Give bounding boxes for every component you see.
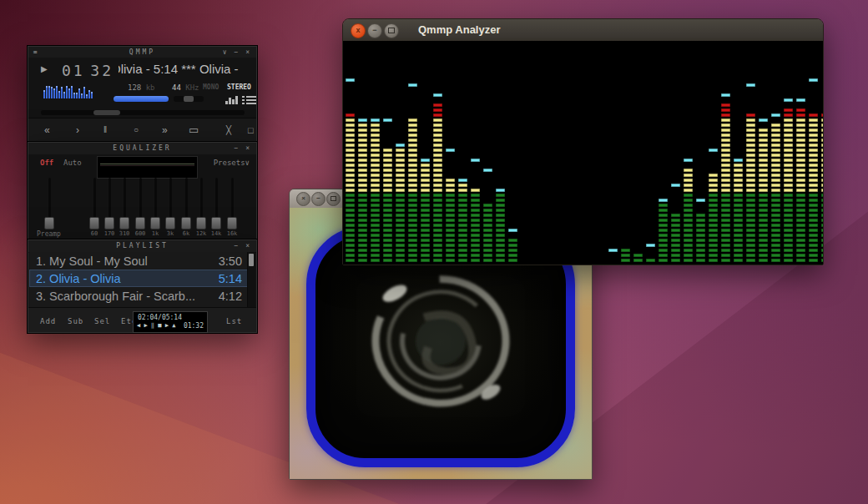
analyzer-segment (734, 164, 743, 167)
analyzer-segment (383, 254, 392, 257)
close-icon[interactable]: x (351, 23, 366, 38)
close-icon[interactable]: × (245, 144, 251, 152)
preamp-slider-handle[interactable] (44, 217, 54, 229)
eq-band-handle[interactable] (211, 217, 221, 229)
analyzer-segment (633, 259, 643, 262)
eq-band-handle[interactable] (227, 217, 237, 229)
seek-bar[interactable] (41, 110, 245, 115)
eq-presets-button[interactable]: Presets∨ (214, 159, 250, 167)
maximize-icon[interactable] (326, 192, 341, 206)
mini-spectrum-bar (73, 93, 75, 98)
minimize-icon[interactable]: − (235, 144, 240, 152)
shade-icon[interactable]: ∨ (223, 48, 229, 56)
add-button[interactable]: Add (40, 317, 56, 325)
analyzer-segment (821, 134, 823, 137)
analyzer-segment (734, 184, 743, 187)
eq-band-handle[interactable] (119, 217, 129, 229)
eq-band-label: 12k (196, 230, 207, 237)
analyzer-segment (684, 169, 693, 172)
analyzer-segment (709, 189, 718, 192)
eq-off-button[interactable]: Off (40, 159, 53, 167)
equalizer-button[interactable] (225, 93, 239, 105)
analyzer-segment (358, 189, 367, 192)
track-title-ticker[interactable]: Olivia - 5:14 *** Olivia - (119, 62, 254, 78)
time-display[interactable]: 0132 (62, 62, 114, 79)
eq-band-handle[interactable] (196, 217, 206, 229)
analyzer-segment (446, 214, 455, 217)
next-button[interactable]: » (162, 118, 168, 142)
eq-band-handle[interactable] (181, 217, 191, 229)
playlist-titlebar[interactable]: PLAYLIST − × (28, 240, 256, 253)
analyzer-segment (446, 254, 455, 257)
analyzer-segment (721, 209, 730, 212)
playlist-item-selected[interactable]: 2. Olivia - Olivia 5:14 (29, 270, 255, 287)
analyzer-segment (796, 194, 805, 197)
analyzer-segment (721, 144, 730, 147)
repeat-button[interactable]: □ (248, 118, 254, 142)
close-icon[interactable]: × (296, 192, 310, 206)
eq-band-handle[interactable] (89, 217, 99, 229)
analyzer-segment (746, 118, 755, 122)
close-icon[interactable]: × (245, 242, 251, 249)
eject-button[interactable]: ▭ (189, 118, 199, 142)
analyzer-segment (358, 214, 367, 217)
seek-handle[interactable] (93, 110, 120, 115)
analyzer-segment (821, 154, 823, 157)
balance-handle[interactable] (184, 96, 194, 102)
eq-band-handle[interactable] (165, 217, 175, 229)
close-icon[interactable]: × (245, 48, 251, 56)
scrollbar-thumb[interactable] (249, 254, 254, 266)
volume-slider[interactable] (114, 96, 169, 102)
sel-button[interactable]: Sel (94, 317, 110, 325)
analyzer-segment (346, 239, 355, 242)
play-button[interactable]: › (76, 118, 79, 142)
analyzer-segment (709, 214, 718, 217)
stop-button[interactable]: ○ (134, 118, 139, 142)
playlist-item[interactable]: 3. Scarborough Fair - Scarb... 4:12 (29, 287, 255, 305)
minimize-icon[interactable]: − (235, 242, 240, 249)
analyzer-segment (721, 129, 730, 132)
analyzer-titlebar[interactable]: x − Qmmp Analyzer (343, 19, 823, 42)
analyzer-segment (809, 179, 818, 182)
analyzer-segment (471, 254, 480, 257)
shuffle-button[interactable]: ╳ (226, 118, 231, 142)
mini-spectrum-bar (51, 87, 53, 98)
analyzer-segment (659, 204, 668, 207)
eq-auto-button[interactable]: Auto (63, 159, 82, 167)
playlist-button[interactable] (242, 93, 256, 105)
player-titlebar[interactable]: ≡ QMMP ∨ − × (28, 47, 256, 58)
balance-slider[interactable] (174, 96, 204, 102)
menu-icon[interactable]: ≡ (33, 47, 38, 58)
minimize-icon[interactable]: − (235, 48, 240, 56)
analyzer-segment (784, 113, 793, 117)
mini-spectrum-bar (53, 88, 55, 98)
analyzer-segment (421, 229, 430, 232)
eq-band-handle[interactable] (104, 217, 114, 229)
equalizer-titlebar[interactable]: EQUALIZER − × (28, 143, 256, 155)
eq-band-label: 600 (135, 230, 146, 237)
eq-band-handle[interactable] (150, 217, 160, 229)
analyzer-segment (421, 189, 430, 192)
analyzer-segment (471, 194, 480, 197)
analyzer-segment (483, 259, 492, 262)
previous-button[interactable]: « (44, 118, 50, 142)
minimize-icon[interactable]: − (367, 23, 382, 38)
maximize-icon[interactable] (384, 23, 399, 38)
lst-button[interactable]: Lst (226, 317, 242, 325)
analyzer-segment (408, 249, 417, 252)
analyzer-segment (433, 113, 442, 117)
analyzer-segment (759, 164, 768, 167)
sub-button[interactable]: Sub (68, 317, 83, 325)
eq-band-handle[interactable] (135, 217, 145, 229)
playlist-scrollbar[interactable] (247, 252, 255, 307)
minimize-icon[interactable]: − (311, 192, 326, 206)
analyzer-segment (371, 149, 380, 152)
analyzer-segment (371, 134, 380, 137)
analyzer-segment (408, 244, 417, 247)
analyzer-segment (421, 234, 430, 237)
lcd-transport-icons[interactable]: ◀ ▶ ‖ ■ ▶ ▲ (137, 322, 175, 330)
playlist-item[interactable]: 1. My Soul - My Soul 3:50 (29, 252, 255, 270)
analyzer-segment (408, 149, 417, 152)
analyzer-segment (458, 219, 467, 222)
pause-button[interactable]: ‖ (103, 118, 107, 142)
